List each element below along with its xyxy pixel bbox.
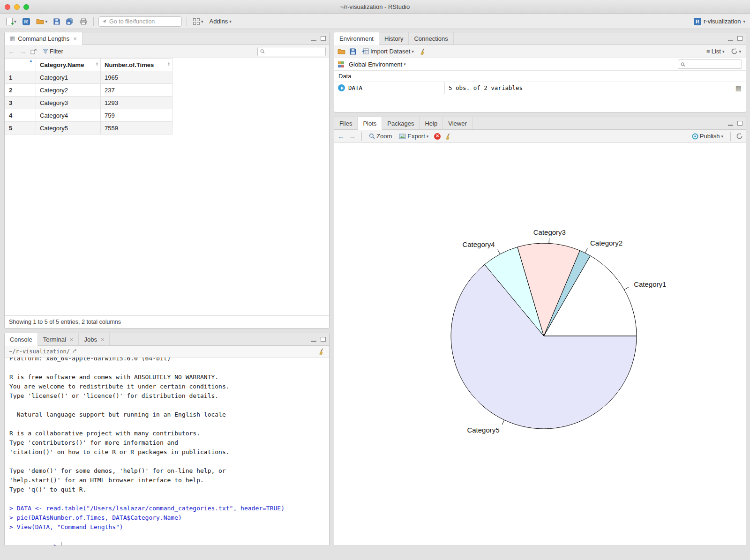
print-button[interactable] <box>78 17 89 26</box>
refresh-environment-button[interactable]: ▾ <box>730 47 742 55</box>
load-workspace-folder-icon[interactable] <box>338 48 345 54</box>
view-data-grid-icon[interactable]: ▦ <box>731 84 746 92</box>
object-name: DATA <box>348 84 444 91</box>
environment-search-input[interactable] <box>687 61 739 67</box>
open-file-button[interactable]: ▾ <box>35 17 49 25</box>
pane-plots: Files Plots Packages Help Viewer ← → <box>334 117 746 546</box>
close-tab-icon[interactable]: × <box>101 336 105 343</box>
back-icon[interactable]: ← <box>8 48 15 55</box>
filter-button[interactable]: Filter <box>41 47 65 56</box>
tab-connections[interactable]: Connections <box>409 32 453 45</box>
table-cell: Category3 <box>36 97 101 109</box>
open-in-files-icon[interactable] <box>73 349 78 354</box>
minimize-window-button[interactable] <box>14 4 20 10</box>
tab-label: Plots <box>363 120 376 127</box>
next-plot-icon[interactable]: → <box>349 133 356 140</box>
column-header-number-of-times[interactable]: Number.of.Times ▲▼ <box>101 59 172 71</box>
save-all-button[interactable] <box>65 17 75 26</box>
maximize-pane-icon[interactable] <box>321 36 326 41</box>
clear-console-broom-icon[interactable] <box>318 348 325 355</box>
popout-icon[interactable] <box>30 49 37 54</box>
chevron-down-icon: ▾ <box>45 19 48 24</box>
goto-file-input[interactable] <box>109 18 178 25</box>
right-column: Environment History Connections <box>334 32 746 546</box>
tab-packages[interactable]: Packages <box>382 117 420 129</box>
viewer-search-input[interactable] <box>267 48 323 55</box>
environment-scope-selector[interactable]: Global Environment ▾ <box>347 60 407 69</box>
console-prompt-line[interactable]: > <box>9 532 324 545</box>
console-output-line: R is a collaborative project with many c… <box>9 429 324 438</box>
minimize-pane-icon[interactable] <box>311 40 316 41</box>
chevron-down-icon: ▾ <box>14 19 16 24</box>
maximize-pane-icon[interactable] <box>321 337 326 342</box>
sort-icons[interactable]: ▲▼ <box>96 62 98 67</box>
table-row[interactable]: 3Category31293 <box>5 97 172 109</box>
expand-object-play-icon[interactable] <box>338 84 345 91</box>
row-number-header[interactable]: ▲ <box>5 59 36 71</box>
clear-all-plots-broom-icon[interactable] <box>445 133 451 140</box>
minimize-pane-icon[interactable] <box>728 125 733 126</box>
zoom-window-button[interactable] <box>23 4 29 10</box>
save-all-icon <box>66 18 74 25</box>
remove-plot-icon[interactable]: ✕ <box>434 133 441 140</box>
table-cell: 237 <box>101 84 172 97</box>
object-description: 5 obs. of 2 variables <box>444 82 731 94</box>
tab-help[interactable]: Help <box>420 117 443 129</box>
maximize-pane-icon[interactable] <box>737 36 742 41</box>
table-row[interactable]: 1Category11965 <box>5 71 172 84</box>
table-row[interactable]: 2Category2237 <box>5 84 172 97</box>
workspace-panes-button[interactable]: ▾ <box>192 17 205 26</box>
viewer-tabstrip: ▦ Command Lengths × <box>5 32 329 45</box>
row-number-cell: 5 <box>5 122 36 134</box>
console-output: Platform: x86_64-apple-darwin15.6.0 (64-… <box>9 358 324 532</box>
row-number-cell: 3 <box>5 97 36 109</box>
scope-label: Global Environment <box>349 61 402 68</box>
close-tab-icon[interactable]: × <box>70 336 74 343</box>
maximize-pane-icon[interactable] <box>737 121 742 126</box>
data-table: ▲ Category.Name ▲▼ Number.of.Times ▲▼ <box>5 58 172 134</box>
zoom-magnifier-icon <box>369 133 375 139</box>
tab-console[interactable]: Console <box>5 333 38 346</box>
env-object-row[interactable]: DATA5 obs. of 2 variables▦ <box>334 82 746 94</box>
close-window-button[interactable] <box>5 4 10 10</box>
addins-button[interactable]: Addins ▾ <box>208 17 233 26</box>
console-output-line: Type 'contributors()' for more informati… <box>9 438 324 448</box>
save-button[interactable] <box>52 17 61 26</box>
table-row[interactable]: 4Category4759 <box>5 109 172 122</box>
new-file-button[interactable]: ▾ <box>5 17 18 26</box>
tab-history[interactable]: History <box>379 32 409 45</box>
tab-command-lengths[interactable]: ▦ Command Lengths × <box>5 32 82 45</box>
minimize-pane-icon[interactable] <box>311 341 316 342</box>
import-dataset-button[interactable]: Import Dataset ▾ <box>360 47 415 56</box>
project-selector[interactable]: R r-visualization ▾ <box>694 18 745 25</box>
tab-jobs[interactable]: Jobs × <box>79 333 110 345</box>
column-header-category-name[interactable]: Category.Name ▲▼ <box>36 59 101 71</box>
list-view-button[interactable]: ≡ List ▾ <box>705 47 726 56</box>
chevron-down-icon: ▾ <box>743 19 745 24</box>
minimize-pane-icon[interactable] <box>728 40 733 41</box>
tab-environment[interactable]: Environment <box>334 32 379 45</box>
clear-environment-broom-icon[interactable] <box>420 48 426 55</box>
previous-plot-icon[interactable]: ← <box>338 133 345 140</box>
sort-icons[interactable]: ▲▼ <box>167 62 170 67</box>
tab-viewer[interactable]: Viewer <box>443 117 472 129</box>
refresh-plot-icon[interactable] <box>736 133 742 139</box>
chevron-down-icon: ▾ <box>739 49 741 54</box>
zoom-plot-button[interactable]: Zoom <box>368 132 393 141</box>
chevron-down-icon: ▾ <box>721 134 723 139</box>
environment-scope-row: Global Environment ▾ <box>334 58 746 71</box>
console-body[interactable]: Platform: x86_64-apple-darwin15.6.0 (64-… <box>5 358 329 545</box>
console-command-line: > pie(DATA$Number.of.Times, DATA$Categor… <box>9 513 324 523</box>
env-object-list: DATA5 obs. of 2 variables▦ <box>334 82 746 94</box>
close-tab-icon[interactable]: × <box>73 35 77 42</box>
export-plot-button[interactable]: Export ▾ <box>398 132 430 141</box>
save-workspace-icon[interactable] <box>350 48 356 55</box>
table-row[interactable]: 5Category57559 <box>5 122 172 134</box>
tab-plots[interactable]: Plots <box>358 117 382 130</box>
forward-icon[interactable]: → <box>19 48 26 55</box>
console-output-line: Type 'q()' to quit R. <box>9 485 324 494</box>
tab-files[interactable]: Files <box>334 117 358 129</box>
tab-terminal[interactable]: Terminal × <box>38 333 79 345</box>
new-project-button[interactable]: R <box>21 17 31 26</box>
publish-plot-button[interactable]: Publish ▾ <box>690 132 725 141</box>
